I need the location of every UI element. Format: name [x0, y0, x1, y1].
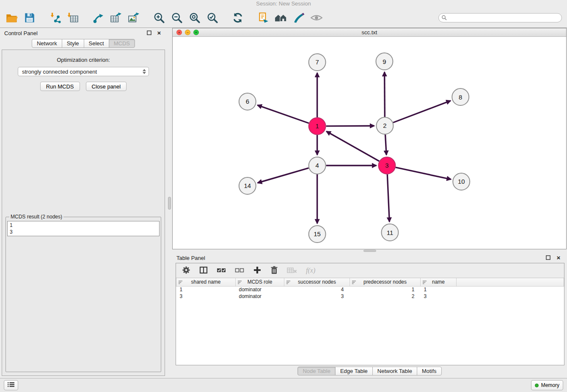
table-tab-network-table[interactable]: Network Table — [372, 367, 417, 375]
export-network-button[interactable] — [91, 10, 106, 25]
save-session-button[interactable] — [22, 10, 37, 25]
column-header-name[interactable]: name — [421, 278, 457, 286]
close-panel-action-button[interactable]: Close panel — [86, 82, 127, 91]
add-column-button[interactable] — [253, 266, 261, 276]
graph-node-2[interactable]: 2 — [376, 117, 393, 134]
run-mcds-button[interactable]: Run MCDS — [40, 82, 80, 91]
graph-node-4[interactable]: 4 — [309, 157, 326, 174]
zoom-window-icon[interactable]: + — [193, 30, 199, 35]
graph-node-8[interactable]: 8 — [452, 88, 469, 105]
cell-shared-name: 1 — [176, 286, 236, 293]
window-titlebar[interactable]: Session: New Session — [0, 0, 567, 8]
criterion-select[interactable]: strongly connected component — [18, 67, 149, 76]
column-header-shared-name[interactable]: shared name — [176, 278, 236, 286]
splitter-grip[interactable] — [363, 250, 376, 252]
cell-name: 1 — [421, 286, 457, 293]
zoom-selected-button[interactable] — [205, 10, 220, 25]
control-tab-mcds[interactable]: MCDS — [109, 39, 135, 48]
close-table-panel-button[interactable]: × — [555, 254, 562, 261]
network-window-titlebar[interactable]: × − + scc.txt — [173, 28, 566, 37]
column-header-predecessor-nodes[interactable]: predecessor nodes — [350, 278, 421, 286]
network-canvas[interactable]: 7968124314101511 — [173, 37, 566, 249]
column-header-successor-nodes[interactable]: successor nodes — [284, 278, 350, 286]
table-panel-header: Table Panel × — [172, 252, 567, 262]
graph-node-9[interactable]: 9 — [376, 53, 393, 70]
graph-node-11[interactable]: 11 — [381, 224, 398, 241]
table-tab-edge-table[interactable]: Edge Table — [335, 367, 373, 375]
control-tab-select[interactable]: Select — [84, 39, 109, 48]
home-button[interactable] — [273, 10, 289, 25]
graph-node-14[interactable]: 14 — [239, 177, 256, 194]
float-panel-button[interactable] — [146, 30, 152, 36]
float-table-panel-button[interactable] — [545, 254, 551, 261]
graph-node-6[interactable]: 6 — [239, 93, 256, 110]
graph-node-15[interactable]: 15 — [309, 226, 326, 243]
table-panel-box: f(x) shared nameMCDS rolesuccessor nodes… — [176, 263, 564, 365]
column-header-mcds-role[interactable]: MCDS role — [236, 278, 284, 286]
horizontal-splitter[interactable] — [172, 249, 567, 252]
graph-edge-1-6[interactable] — [257, 105, 308, 123]
close-panel-button[interactable]: × — [156, 30, 162, 36]
toolbar-group-refresh — [230, 10, 245, 25]
table-row[interactable]: 3dominator323 — [176, 293, 564, 300]
open-session-button[interactable] — [4, 10, 19, 25]
svg-text:9: 9 — [383, 58, 386, 65]
deselect-all-button[interactable] — [235, 266, 244, 275]
export-table-button[interactable] — [108, 10, 124, 25]
table-row[interactable]: 1dominator411 — [176, 286, 564, 293]
graph-edge-3-11[interactable] — [387, 174, 389, 222]
graph-edge-2-3[interactable] — [385, 135, 387, 155]
task-history-button[interactable] — [4, 380, 18, 390]
zoom-fit-button[interactable] — [187, 10, 202, 25]
cell-predecessor-nodes: 1 — [350, 286, 421, 293]
close-window-icon[interactable]: × — [176, 30, 182, 35]
delete-column-button[interactable] — [270, 266, 278, 276]
graph-edge-3-1[interactable] — [326, 131, 379, 161]
zoom-in-button[interactable] — [151, 10, 167, 25]
export-network-icon — [92, 12, 104, 24]
control-panel-tabs: NetworkStyleSelectMCDS — [0, 39, 167, 48]
control-tab-network[interactable]: Network — [32, 39, 62, 48]
control-tab-style[interactable]: Style — [62, 39, 84, 48]
search-input[interactable] — [438, 13, 562, 22]
toolbar-group-zoom — [151, 10, 220, 25]
columns-icon — [199, 266, 208, 276]
toolbar-search — [438, 13, 562, 22]
refresh-layout-button[interactable] — [230, 10, 245, 25]
node-table-area[interactable]: shared nameMCDS rolesuccessor nodesprede… — [176, 278, 564, 365]
import-table-button[interactable] — [65, 10, 80, 25]
graph-edge-4-14[interactable] — [258, 168, 309, 183]
graph-node-1[interactable]: 1 — [309, 118, 326, 135]
select-stepper-icon — [143, 69, 146, 74]
vertical-splitter[interactable] — [167, 28, 172, 378]
mcds-result-group: MCDS result (2 nodes) 13 — [6, 214, 161, 372]
table-tab-node-table[interactable]: Node Table — [297, 367, 336, 375]
table-settings-button[interactable] — [182, 266, 190, 276]
mcds-result-list[interactable]: 13 — [7, 221, 160, 236]
graph-edge-3-10[interactable] — [396, 167, 451, 179]
memory-button[interactable]: Memory — [531, 380, 563, 390]
graph-edge-2-9[interactable] — [385, 72, 385, 117]
function-builder-button[interactable]: f(x) — [306, 267, 315, 274]
export-image-button[interactable] — [126, 10, 141, 25]
mcds-buttons: Run MCDS Close panel — [40, 82, 127, 91]
delete-table-button[interactable] — [287, 266, 297, 275]
select-all-button[interactable] — [217, 266, 226, 275]
graph-node-3[interactable]: 3 — [378, 157, 395, 174]
graph-node-10[interactable]: 10 — [453, 173, 470, 190]
import-network-button[interactable] — [47, 10, 63, 25]
column-label: shared name — [191, 279, 220, 285]
show-columns-button[interactable] — [199, 266, 208, 276]
graph-node-7[interactable]: 7 — [309, 54, 326, 71]
minimize-window-icon[interactable]: − — [185, 30, 190, 35]
table-toolbar: f(x) — [176, 263, 564, 278]
close-icon: × — [557, 255, 561, 261]
graph-edge-2-8[interactable] — [393, 101, 451, 123]
splitter-grip[interactable] — [168, 197, 171, 210]
graph-edge-1-2[interactable] — [326, 126, 374, 126]
style-brush-button[interactable] — [291, 10, 306, 25]
zoom-out-button[interactable] — [169, 10, 184, 25]
table-tab-motifs[interactable]: Motifs — [417, 367, 442, 375]
clone-network-button[interactable] — [256, 10, 271, 25]
show-hide-button[interactable] — [309, 10, 324, 25]
